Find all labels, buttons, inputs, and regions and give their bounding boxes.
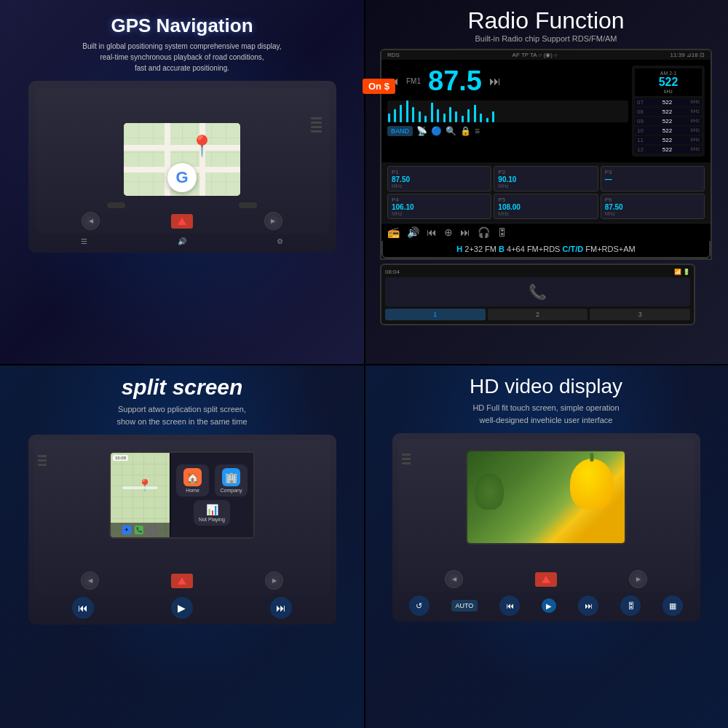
spectrum-bar xyxy=(486,118,488,122)
video-skip-button[interactable]: ⏮ xyxy=(499,596,520,616)
carplay-app-dock: ✈ 📞 xyxy=(111,523,170,537)
carplay-app-phone[interactable]: 📞 xyxy=(135,526,143,534)
spectrum-bar xyxy=(431,103,433,122)
gps-car-display: 📍 G ◀ ▶ xyxy=(28,81,336,253)
wifi-icon[interactable]: 📡 xyxy=(416,126,427,136)
map-pin: 📍 xyxy=(189,134,215,158)
radio-station-item[interactable]: 07 522 kHz xyxy=(635,98,702,106)
nav-button-right[interactable]: ▶ xyxy=(264,212,282,230)
skip-forward-icon[interactable]: ⏭ xyxy=(460,226,470,238)
split-dashboard-controls: ◀ ▶ xyxy=(34,571,331,590)
equalizer-icon[interactable]: 🎛 xyxy=(497,226,507,238)
station-frequency: 522 xyxy=(662,137,672,143)
video-rewind-button[interactable]: ↺ xyxy=(409,596,430,616)
preset-button[interactable]: P4 106.10 MHz xyxy=(387,194,491,219)
radio-station-item[interactable]: 11 522 kHz xyxy=(635,136,702,144)
gps-screen: 📍 G xyxy=(124,123,240,196)
video-hazard-button[interactable] xyxy=(535,572,557,587)
split-section: split screen Support atwo pplication spl… xyxy=(0,364,364,728)
radio-main-display: ⏮ FM1 87.5 ⏭ xyxy=(381,60,711,162)
auto-button[interactable]: AUTO xyxy=(451,600,478,612)
control-right[interactable]: ▶ xyxy=(265,571,283,590)
video-content-display xyxy=(467,451,625,543)
preset-label: P1 xyxy=(392,169,487,175)
volume-icon[interactable]: 🔊 xyxy=(407,226,419,238)
spectrum-bar xyxy=(400,105,402,122)
headphone-icon[interactable]: 🎧 xyxy=(478,226,490,238)
preset-button[interactable]: P6 87.50 MHz xyxy=(601,194,705,219)
video-control-left[interactable]: ◀ xyxy=(445,570,463,588)
hazard-button[interactable] xyxy=(171,574,193,588)
slider-control[interactable] xyxy=(239,202,257,208)
skip-back-icon[interactable]: ⏮ xyxy=(427,226,437,238)
phone-call-icon[interactable]: 📞 xyxy=(529,283,547,301)
not-playing-button[interactable]: 📊 Not Playing xyxy=(194,500,230,526)
settings-icon[interactable]: ⚙ xyxy=(277,237,283,245)
station-number: 12 xyxy=(637,146,644,153)
preset-frequency: 90.10 xyxy=(498,175,593,183)
android-tab-1[interactable]: 1 xyxy=(385,309,486,320)
video-car-interior: ⊙ △ ○ □ ≡ High.Definition.mkv 03:02:57 P… xyxy=(398,439,695,592)
control-left[interactable]: ◀ xyxy=(81,571,99,590)
audio-icon[interactable]: 🔊 xyxy=(178,237,186,245)
preset-button[interactable]: P3 — xyxy=(601,166,705,191)
preset-unit: MHz xyxy=(498,211,593,216)
carplay-app-telegram[interactable]: ✈ xyxy=(122,526,131,534)
preset-button[interactable]: P2 90.10 MHz xyxy=(494,166,598,191)
play-button[interactable]: ▶ xyxy=(171,597,193,619)
clock-display: 11:39 ⊿18 ⊡ xyxy=(670,52,705,58)
company-icon: 🏢 xyxy=(222,468,240,486)
slider-control[interactable] xyxy=(107,202,125,208)
carplay-app-grid[interactable] xyxy=(147,525,158,536)
home-app-button[interactable]: 🏠 Home xyxy=(176,464,209,496)
preset-frequency: 87.50 xyxy=(392,175,487,183)
video-control-right[interactable]: ▶ xyxy=(629,570,647,588)
radio-station-item[interactable]: 12 522 kHz xyxy=(635,146,702,154)
preset-label: P5 xyxy=(498,197,593,203)
preset-button[interactable]: P5 108.00 MHz xyxy=(494,194,598,219)
station-frequency: 522 xyxy=(662,146,672,153)
radio-model-info: H 2+32 FM B 4+64 FM+RDS C/T/D FM+RDS+AM xyxy=(381,241,711,258)
radio-station-item[interactable]: 08 522 kHz xyxy=(635,108,702,116)
forward-icon[interactable]: ⏭ xyxy=(489,75,501,88)
split-screen-device: 16:08 📍 ✈ 📞 xyxy=(109,451,255,539)
spectrum-bar xyxy=(480,114,482,122)
preset-button[interactable]: P1 87.50 MHz xyxy=(387,166,491,191)
spectrum-bar xyxy=(443,114,446,122)
carplay-top-apps: 🏠 Home 🏢 Company xyxy=(176,464,248,496)
radio-station-item[interactable]: 10 522 kHz xyxy=(635,127,702,135)
model-b-spec: 4+64 FM+RDS xyxy=(507,245,562,253)
video-eq-button[interactable]: 🎛 xyxy=(620,596,641,616)
video-forward-button[interactable]: ⏭ xyxy=(578,596,598,616)
carplay-time: 16:08 xyxy=(115,456,126,460)
radio-station-item[interactable]: 09 522 kHz xyxy=(635,117,702,125)
cast-icon[interactable]: 📻 xyxy=(387,226,400,238)
skip-icon[interactable]: ⊕ xyxy=(444,226,453,238)
band-button[interactable]: BAND xyxy=(387,126,413,136)
radio-spectrum-display xyxy=(387,100,628,122)
video-play-button[interactable]: ▶ xyxy=(542,598,556,613)
carplay-pin: 📍 xyxy=(138,478,152,492)
nav-button-left[interactable]: ◀ xyxy=(82,212,100,230)
menu-icon[interactable]: ☰ xyxy=(81,237,87,245)
rewind-button[interactable]: ⏮ xyxy=(72,597,94,619)
grid-dot xyxy=(153,525,158,530)
preset-frequency: — xyxy=(605,175,700,183)
radio-frequency-display: 87.5 xyxy=(428,66,482,97)
video-grid-button[interactable]: ▦ xyxy=(662,596,683,616)
vent-slot xyxy=(311,122,322,124)
menu-icon[interactable]: ≡ xyxy=(475,126,480,136)
preset-unit: MHz xyxy=(498,183,593,189)
bluetooth-icon[interactable]: 🔵 xyxy=(431,126,442,136)
station-unit: kHz xyxy=(691,108,700,115)
lock-icon[interactable]: 🔒 xyxy=(460,126,471,136)
grid-dot xyxy=(147,531,152,536)
hazard-button[interactable] xyxy=(171,214,193,229)
fast-forward-button[interactable]: ⏭ xyxy=(270,597,292,619)
company-app-button[interactable]: 🏢 Company xyxy=(215,464,248,496)
gps-title: GPS Navigation xyxy=(111,15,253,37)
zoom-icon[interactable]: 🔍 xyxy=(446,126,456,136)
android-tab-2[interactable]: 2 xyxy=(488,309,588,320)
station-frequency: 522 xyxy=(662,127,672,134)
android-tab-3[interactable]: 3 xyxy=(590,309,690,320)
